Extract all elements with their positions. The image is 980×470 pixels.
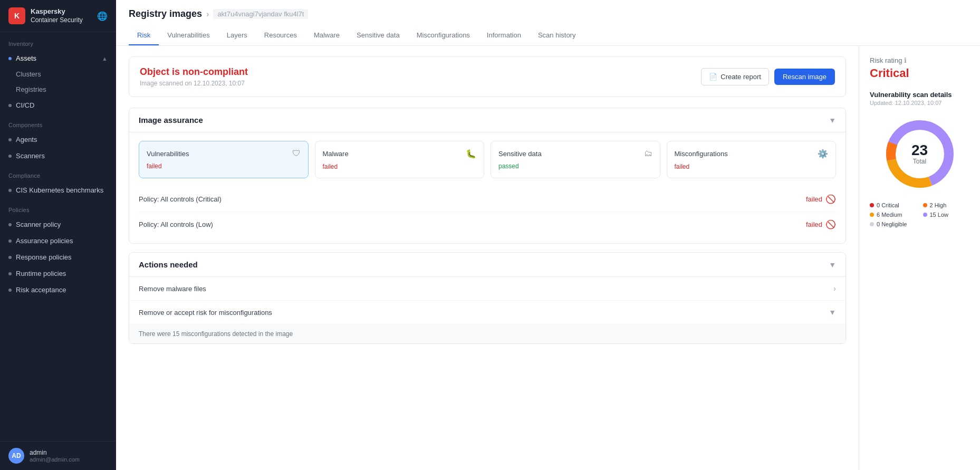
actions-needed-header: Actions needed ▼ <box>129 253 846 277</box>
sidebar-logo-text: Kaspersky Container Security <box>31 7 83 24</box>
assurance-malware-header: Malware 🐛 <box>323 149 477 159</box>
high-label: 2 High <box>930 202 947 208</box>
page-title: Registry images <box>129 8 202 20</box>
tab-sensitive-data[interactable]: Sensitive data <box>348 26 408 45</box>
breadcrumb-sub: akt7u4vnagi7vjandav fku4l7t <box>213 9 308 19</box>
actions-needed-collapse-icon[interactable]: ▼ <box>829 261 836 269</box>
action-row-malware[interactable]: Remove malware files › <box>129 277 846 301</box>
critical-dot <box>870 203 874 207</box>
policy-low-name: Policy: All controls (Low) <box>139 220 213 228</box>
risk-rating-section: Risk rating ℹ Critical <box>870 56 969 80</box>
policies-section-label: Policies <box>0 198 116 216</box>
action-malware-name: Remove malware files <box>139 285 206 293</box>
sidebar-item-clusters[interactable]: Clusters <box>0 66 116 82</box>
response-policies-dot <box>8 256 12 259</box>
sidebar-item-assurance-policies[interactable]: Assurance policies <box>0 233 116 249</box>
sidebar-item-scanner-policy[interactable]: Scanner policy <box>0 216 116 233</box>
legend-medium: 6 Medium <box>870 212 917 218</box>
negligible-label: 0 Negligible <box>877 221 907 227</box>
action-misconfig-chevron-icon: ▼ <box>829 308 836 316</box>
legend-high: 2 High <box>923 202 970 208</box>
medium-dot <box>870 213 874 217</box>
assets-label: Assets <box>16 54 36 62</box>
risk-acceptance-label: Risk acceptance <box>16 286 66 294</box>
tab-bar: Risk Vulnerabilities Layers Resources Ma… <box>129 26 967 45</box>
donut-total-label: Total <box>911 158 928 165</box>
tab-layers[interactable]: Layers <box>218 26 256 45</box>
tab-vulnerabilities[interactable]: Vulnerabilities <box>159 26 218 45</box>
tab-malware[interactable]: Malware <box>305 26 348 45</box>
assurance-sensitive-data[interactable]: Sensitive data 🗂 passed <box>491 141 660 178</box>
user-avatar: AD <box>8 448 24 464</box>
sidebar-item-runtime-policies[interactable]: Runtime policies <box>0 265 116 282</box>
assurance-misconfigurations[interactable]: Misconfigurations ⚙️ failed <box>667 141 837 178</box>
assurance-malware[interactable]: Malware 🐛 failed <box>315 141 485 178</box>
scanners-dot <box>8 155 12 158</box>
risk-rating-value: Critical <box>870 66 969 80</box>
misconfigurations-status: failed <box>675 163 829 170</box>
scanners-label: Scanners <box>16 152 45 160</box>
image-assurance-collapse-icon[interactable]: ▼ <box>829 116 836 124</box>
policy-low-status: failed 🚫 <box>806 219 836 229</box>
tab-information[interactable]: Information <box>478 26 530 45</box>
sidebar-item-agents[interactable]: Agents <box>0 131 116 148</box>
legend-critical: 0 Critical <box>870 202 917 208</box>
response-policies-label: Response policies <box>16 253 72 261</box>
cicd-dot <box>8 104 12 107</box>
tab-resources[interactable]: Resources <box>256 26 305 45</box>
create-report-button[interactable]: 📄 Create report <box>701 68 769 85</box>
sidebar-item-assets[interactable]: Assets ▲ <box>0 50 116 66</box>
bug-icon: 🐛 <box>466 149 476 159</box>
low-dot <box>923 213 927 217</box>
user-name: admin <box>30 449 80 456</box>
donut-chart: 23 Total <box>880 114 959 194</box>
compliance-actions: 📄 Create report Rescan image <box>701 68 835 85</box>
policy-low-ban-icon: 🚫 <box>825 219 836 229</box>
action-malware-chevron-icon: › <box>833 284 836 293</box>
medium-label: 6 Medium <box>877 212 902 218</box>
rescan-button[interactable]: Rescan image <box>774 69 835 85</box>
scanner-policy-dot <box>8 223 12 226</box>
sidebar-item-cis[interactable]: CIS Kubernetes benchmarks <box>0 182 116 198</box>
sidebar-item-response-policies[interactable]: Response policies <box>0 249 116 265</box>
tab-misconfigurations[interactable]: Misconfigurations <box>408 26 478 45</box>
action-misconfig-expanded: There were 15 misconfigurations detected… <box>129 324 846 343</box>
image-assurance-title: Image assurance <box>139 116 203 124</box>
assurance-policies-label: Assurance policies <box>16 237 73 245</box>
components-section-label: Components <box>0 113 116 131</box>
agents-dot <box>8 138 12 141</box>
policy-critical-status-text: failed <box>806 195 822 203</box>
policy-critical-name: Policy: All controls (Critical) <box>139 195 222 203</box>
main-body: Object is non-compliant Image scanned on… <box>116 46 980 470</box>
assurance-grid: Vulnerabilities 🛡 failed Malware 🐛 faile… <box>129 132 846 187</box>
sidebar-item-cicd[interactable]: CI/CD <box>0 97 116 113</box>
content-left: Object is non-compliant Image scanned on… <box>116 46 859 470</box>
assurance-misconfig-name: Misconfigurations <box>675 150 728 158</box>
high-dot <box>923 203 927 207</box>
policy-critical-ban-icon: 🚫 <box>825 194 836 204</box>
tab-risk[interactable]: Risk <box>129 26 159 45</box>
globe-icon[interactable]: 🌐 <box>97 11 108 21</box>
sidebar-footer: AD admin admin@admin.com <box>0 441 116 470</box>
user-info: admin admin@admin.com <box>30 449 80 463</box>
action-row-misconfigurations[interactable]: Remove or accept risk for misconfigurati… <box>129 301 846 324</box>
assurance-vulnerabilities-header: Vulnerabilities 🛡 <box>147 149 301 158</box>
vuln-scan-details: Vulnerability scan details Updated: 12.1… <box>870 91 969 227</box>
compliance-banner: Object is non-compliant Image scanned on… <box>129 56 846 97</box>
sidebar-item-scanners[interactable]: Scanners <box>0 148 116 164</box>
sensitive-status: passed <box>498 162 652 170</box>
settings-icon: ⚙️ <box>818 149 828 159</box>
assurance-policies-dot <box>8 239 12 243</box>
sidebar-item-registries[interactable]: Registries <box>0 82 116 97</box>
tab-scan-history[interactable]: Scan history <box>530 26 584 45</box>
assurance-vulnerabilities-name: Vulnerabilities <box>147 150 189 158</box>
legend-low: 15 Low <box>923 212 970 218</box>
sidebar-item-risk-acceptance[interactable]: Risk acceptance <box>0 282 116 298</box>
info-icon: ℹ <box>904 56 907 64</box>
assurance-vulnerabilities[interactable]: Vulnerabilities 🛡 failed <box>139 141 309 178</box>
user-email: admin@admin.com <box>30 456 80 463</box>
donut-center: 23 Total <box>911 143 928 165</box>
compliance-section-label: Compliance <box>0 164 116 182</box>
sidebar: K Kaspersky Container Security 🌐 Invento… <box>0 0 116 470</box>
sidebar-logo: K Kaspersky Container Security 🌐 <box>0 0 116 32</box>
